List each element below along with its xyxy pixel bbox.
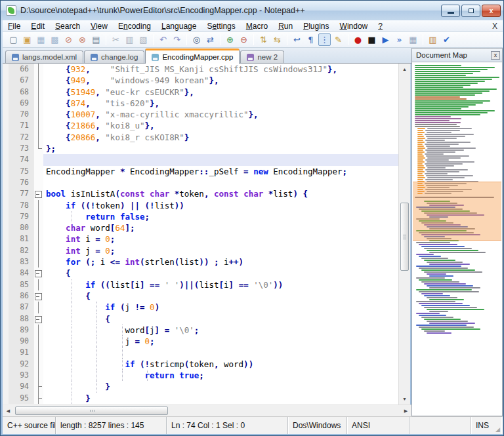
close-all-icon[interactable]: ⊗	[76, 33, 89, 46]
zoom-out-icon[interactable]: ⊖	[238, 33, 250, 46]
menu-item-run[interactable]: Run	[273, 20, 298, 32]
editor-line[interactable]: 84 {	[3, 268, 398, 279]
editor-line[interactable]: 93 return true;	[3, 370, 398, 381]
menu-item-search[interactable]: Search	[50, 20, 85, 32]
editor-line[interactable]: 90 j = 0;	[3, 336, 398, 347]
editor-line[interactable]: 78 if ((!token) || (!list))	[3, 200, 398, 211]
tab-encodingmapper-cpp[interactable]: EncodingMapper.cpp	[145, 49, 240, 64]
find-icon[interactable]: ◎	[190, 33, 203, 46]
user-defined-dialog-icon[interactable]: ✎	[332, 33, 345, 46]
menu-item-window[interactable]: Window	[335, 20, 373, 32]
menu-item-macro[interactable]: Macro	[241, 20, 273, 32]
editor-line[interactable]: 80 char word[64];	[3, 222, 398, 233]
show-all-characters-icon[interactable]: ¶	[304, 33, 317, 46]
editor-line[interactable]: 73};	[3, 143, 398, 154]
editor-line[interactable]: 74	[3, 154, 398, 165]
sync-horizontal-icon[interactable]: ⇆	[271, 33, 284, 46]
fold-collapse-box[interactable]	[33, 290, 43, 302]
status-spare[interactable]	[410, 417, 471, 434]
print-icon[interactable]: ▤	[90, 33, 102, 46]
editor-text-area[interactable]: 66 {932, "Shift_JIS MS_Kanji csShiftJIS …	[3, 64, 398, 405]
indent-guide-icon[interactable]: ⋮	[318, 33, 331, 46]
replace-icon[interactable]: ⇄	[204, 33, 217, 46]
editor-line[interactable]: 82 int j = 0;	[3, 245, 398, 256]
menu-item-encoding[interactable]: Encoding	[113, 20, 156, 32]
editor-line[interactable]: 70 {10007, "x-mac-cyrillic xmaccyrillic"…	[3, 109, 398, 120]
sync-vertical-icon[interactable]: ⇅	[257, 33, 270, 46]
status-typing-mode[interactable]: INS◢	[471, 417, 501, 434]
menu-item-[interactable]: ?	[373, 20, 388, 32]
copy-icon[interactable]: ▥	[123, 33, 136, 46]
minimize-button[interactable]	[441, 5, 460, 17]
vertical-scrollbar[interactable]: ▲ ▼	[398, 64, 410, 405]
scroll-up-arrow[interactable]: ▲	[399, 64, 410, 75]
close-file-icon[interactable]: ⊘	[62, 33, 75, 46]
save-macro-icon[interactable]: ▦	[407, 33, 419, 46]
vertical-scrollbar-thumb[interactable]	[400, 203, 409, 271]
tab-new-2[interactable]: new 2	[240, 50, 284, 63]
editor-line[interactable]: 71 {21866, "koi8_u"},	[3, 120, 398, 131]
status-doc-type[interactable]: C++ source fil	[3, 417, 56, 434]
editor-line[interactable]: 83 for (; i <= int(strlen(list)) ; i++)	[3, 256, 398, 268]
menu-close-document-button[interactable]: X	[492, 20, 497, 32]
menu-item-plugins[interactable]: Plugins	[298, 20, 334, 32]
cut-icon[interactable]: ✂	[110, 33, 122, 46]
horizontal-scrollbar[interactable]: ◀ ▶	[3, 405, 411, 416]
play-macro-icon[interactable]: ▶	[379, 33, 392, 46]
editor-line[interactable]: 68 {51949, "euc-kr csEUCKR"},	[3, 87, 398, 98]
editor-line[interactable]: 89 word[j] = '\0';	[3, 325, 398, 336]
resize-grip[interactable]: ◢	[495, 426, 500, 433]
minimap-viewport[interactable]	[413, 182, 501, 241]
editor-line[interactable]: 92 if (!stricmp(token, word))	[3, 359, 398, 370]
document-map-close-button[interactable]: x	[491, 51, 500, 60]
record-macro-icon[interactable]: ●	[352, 33, 364, 46]
editor-line[interactable]: 81 int i = 0;	[3, 233, 398, 245]
menu-item-language[interactable]: Language	[156, 20, 201, 32]
new-file-icon[interactable]: ▢	[7, 33, 20, 46]
document-map-icon[interactable]: ▥	[427, 33, 439, 46]
document-map-minimap[interactable]	[412, 62, 502, 415]
editor-line[interactable]: 69 {874, "tis-620"},	[3, 98, 398, 109]
status-encoding[interactable]: ANSI	[347, 417, 410, 434]
scroll-right-arrow[interactable]: ▶	[400, 405, 411, 416]
status-eol-format[interactable]: Dos\Windows	[288, 417, 347, 434]
scroll-down-arrow[interactable]: ▼	[399, 393, 410, 405]
editor-line[interactable]: 85 if ((list[i] == ' ')||(list[i] == '\0…	[3, 279, 398, 290]
save-all-icon[interactable]: ▩	[49, 33, 61, 46]
zoom-in-icon[interactable]: ⊕	[224, 33, 236, 46]
editor-line[interactable]: 72 {20866, "koi8_r csKOI8R"}	[3, 132, 398, 143]
undo-icon[interactable]: ↶	[157, 33, 169, 46]
close-button[interactable]: x	[482, 5, 501, 17]
editor-line[interactable]: 66 {932, "Shift_JIS MS_Kanji csShiftJIS …	[3, 64, 398, 75]
menu-item-view[interactable]: View	[85, 20, 113, 32]
redo-icon[interactable]: ↷	[171, 33, 183, 46]
editor-line[interactable]: 86 {	[3, 290, 398, 302]
menu-item-edit[interactable]: Edit	[26, 20, 50, 32]
fold-collapse-box[interactable]	[33, 188, 43, 199]
word-wrap-icon[interactable]: ↩	[291, 33, 303, 46]
stop-record-icon[interactable]: ■	[366, 33, 378, 46]
menu-item-file[interactable]: File	[3, 20, 26, 32]
scroll-left-arrow[interactable]: ◀	[3, 405, 14, 416]
fold-collapse-box[interactable]	[33, 313, 43, 325]
run-macro-multiple-icon[interactable]: »	[393, 33, 406, 46]
editor-line[interactable]: 75EncodingMapper * EncodingMapper::_pSel…	[3, 166, 398, 177]
tab-change-log[interactable]: change.log	[84, 50, 144, 63]
menu-item-settings[interactable]: Settings	[201, 20, 240, 32]
editor-line[interactable]: 77bool isInListA(const char *token, cons…	[3, 188, 398, 199]
editor-line[interactable]: 88 {	[3, 313, 398, 325]
status-doc-size[interactable]: length : 8257 lines : 145	[56, 417, 167, 434]
title-bar[interactable]: D:\source\notepad++\trunk\PowerEditor\sr…	[1, 1, 504, 20]
restore-button[interactable]	[461, 5, 480, 17]
editor-line[interactable]: 76	[3, 177, 398, 188]
editor-line[interactable]: 87 if (j != 0)	[3, 302, 398, 313]
editor-line[interactable]: 79 return false;	[3, 211, 398, 222]
spell-check-icon[interactable]: ✔	[440, 33, 453, 46]
tab-langs-model-xml[interactable]: langs.model.xml	[5, 50, 83, 63]
paste-icon[interactable]: ▧	[137, 33, 150, 46]
save-icon[interactable]: ▦	[35, 33, 47, 46]
editor-line[interactable]: 91	[3, 347, 398, 358]
horizontal-scrollbar-thumb[interactable]	[15, 406, 168, 415]
editor-line[interactable]: 94 }	[3, 381, 398, 392]
status-cursor-position[interactable]: Ln : 74 Col : 1 Sel : 0	[167, 417, 288, 434]
